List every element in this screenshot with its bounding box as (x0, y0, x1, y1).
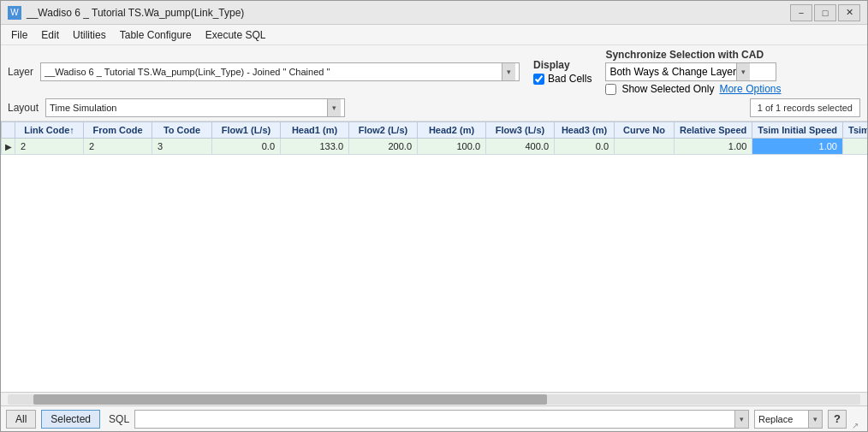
col-header-curve-no[interactable]: Curve No (615, 122, 675, 139)
replace-text: Replace (755, 414, 808, 424)
show-selected-checkbox[interactable] (605, 84, 616, 95)
layer-combo-value: __Wadiso 6 _ Tutorial TS.Wa_pump(Link_Ty… (45, 67, 502, 77)
cell-flow2[interactable]: 200.0 (349, 139, 418, 155)
window-controls: − □ ✕ (790, 4, 860, 21)
col-header-link-code[interactable]: Link Code↑ (15, 122, 84, 139)
layout-combo[interactable]: Time Simulation ▾ (45, 98, 345, 117)
layout-label: Layout (8, 102, 39, 114)
layout-combo-arrow[interactable]: ▾ (327, 99, 341, 116)
col-header-flow3[interactable]: Flow3 (L/s) (486, 122, 555, 139)
cell-tsim-sched[interactable] (842, 139, 867, 155)
horizontal-scrollbar[interactable] (1, 392, 867, 405)
records-text: 1 of 1 records selected (758, 103, 853, 113)
minimize-button[interactable]: − (790, 4, 812, 21)
layer-combo-arrow[interactable]: ▾ (502, 63, 515, 80)
cell-from-code[interactable]: 2 (84, 139, 152, 155)
cell-head3[interactable]: 0.0 (555, 139, 615, 155)
cell-to-code[interactable]: 3 (152, 139, 212, 155)
cell-flow3[interactable]: 400.0 (486, 139, 555, 155)
replace-arrow[interactable]: ▾ (808, 411, 822, 428)
sql-input-container[interactable]: ▾ (134, 410, 749, 429)
cell-head2[interactable]: 100.0 (418, 139, 486, 155)
col-header-head3[interactable]: Head3 (m) (555, 122, 615, 139)
col-header-from-code[interactable]: From Code (84, 122, 152, 139)
menu-file[interactable]: File (4, 27, 34, 43)
sync-row: Both Ways & Change Layer ▾ (605, 62, 781, 81)
sync-combo-value: Both Ways & Change Layer (609, 66, 736, 78)
col-header-tsim-sched[interactable]: Tsim Sched Pattern N (842, 122, 867, 139)
bad-cells-label: Bad Cells (548, 73, 592, 85)
cell-relative-speed[interactable]: 1.00 (675, 139, 752, 155)
sync-label: Synchronize Selection with CAD (605, 49, 781, 61)
col-header-relative-speed[interactable]: Relative Speed (675, 122, 752, 139)
scrollbar-track[interactable] (8, 394, 860, 405)
display-section: Display Bad Cells (533, 59, 592, 85)
toolbar-row-2: Layout Time Simulation ▾ 1 of 1 records … (8, 98, 860, 117)
sync-combo[interactable]: Both Ways & Change Layer ▾ (605, 62, 776, 81)
show-selected-row: Show Selected Only More Options (605, 83, 781, 95)
sql-combo-arrow[interactable]: ▾ (734, 411, 748, 428)
title-bar-left: W __Wadiso 6 _ Tutorial TS.Wa_pump(Link_… (8, 6, 244, 20)
cell-curve-no[interactable] (615, 139, 675, 155)
sql-label: SQL (109, 413, 129, 425)
toolbar-row-1: Layer __Wadiso 6 _ Tutorial TS.Wa_pump(L… (8, 49, 860, 95)
layer-label: Layer (8, 66, 33, 78)
maximize-button[interactable]: □ (814, 4, 836, 21)
cell-head1[interactable]: 133.0 (281, 139, 349, 155)
bad-cells-row: Bad Cells (533, 73, 592, 85)
cell-tsim-initial-speed[interactable]: 1.00 (752, 139, 843, 155)
resize-corner[interactable]: ↗ (852, 421, 862, 431)
window-title: __Wadiso 6 _ Tutorial TS.Wa_pump(Link_Ty… (27, 7, 244, 19)
menu-execute-sql[interactable]: Execute SQL (199, 27, 273, 43)
records-badge: 1 of 1 records selected (750, 98, 860, 117)
data-table: Link Code↑ From Code To Code Flow1 (L/s)… (1, 121, 867, 155)
menu-utilities[interactable]: Utilities (66, 27, 113, 43)
close-button[interactable]: ✕ (838, 4, 860, 21)
selected-button[interactable]: Selected (41, 410, 100, 429)
status-bar: All Selected SQL ▾ Replace ▾ ? ↗ (1, 405, 867, 431)
col-header-flow1[interactable]: Flow1 (L/s) (212, 122, 281, 139)
table-row[interactable]: ▶ 2 2 3 0.0 133.0 200.0 100.0 400.0 0.0 … (2, 139, 868, 155)
layout-combo-value: Time Simulation (50, 103, 327, 113)
scrollbar-thumb[interactable] (33, 394, 547, 405)
col-header-head2[interactable]: Head2 (m) (418, 122, 486, 139)
display-label: Display (533, 59, 592, 71)
help-button[interactable]: ? (828, 410, 847, 429)
main-window: W __Wadiso 6 _ Tutorial TS.Wa_pump(Link_… (0, 0, 868, 432)
col-header-head1[interactable]: Head1 (m) (281, 122, 349, 139)
cell-flow1[interactable]: 0.0 (212, 139, 281, 155)
menu-bar: File Edit Utilities Table Configure Exec… (1, 25, 867, 45)
table-container[interactable]: Link Code↑ From Code To Code Flow1 (L/s)… (1, 121, 867, 392)
replace-combo[interactable]: Replace ▾ (754, 410, 823, 429)
col-header-tsim-initial-speed[interactable]: Tsim Initial Speed (752, 122, 843, 139)
cell-link-code[interactable]: 2 (15, 139, 84, 155)
bad-cells-checkbox[interactable] (533, 74, 544, 85)
menu-edit[interactable]: Edit (34, 27, 66, 43)
top-toolbar: Layer __Wadiso 6 _ Tutorial TS.Wa_pump(L… (1, 45, 867, 121)
all-button[interactable]: All (6, 410, 36, 429)
title-bar: W __Wadiso 6 _ Tutorial TS.Wa_pump(Link_… (1, 1, 867, 25)
sync-combo-arrow[interactable]: ▾ (736, 63, 750, 80)
more-options-link[interactable]: More Options (719, 83, 781, 95)
table-header-row: Link Code↑ From Code To Code Flow1 (L/s)… (2, 122, 868, 139)
col-header-to-code[interactable]: To Code (152, 122, 212, 139)
show-selected-label: Show Selected Only (621, 83, 714, 95)
menu-table-configure[interactable]: Table Configure (113, 27, 199, 43)
row-indicator-cell: ▶ (2, 139, 15, 155)
sync-section: Synchronize Selection with CAD Both Ways… (605, 49, 781, 95)
sql-input[interactable] (135, 414, 734, 424)
col-header-flow2[interactable]: Flow2 (L/s) (349, 122, 418, 139)
col-header-indicator (2, 122, 15, 139)
window-icon: W (8, 6, 21, 20)
row-arrow-icon: ▶ (5, 142, 12, 151)
main-content: Link Code↑ From Code To Code Flow1 (L/s)… (1, 121, 867, 405)
layer-combo[interactable]: __Wadiso 6 _ Tutorial TS.Wa_pump(Link_Ty… (40, 62, 520, 81)
